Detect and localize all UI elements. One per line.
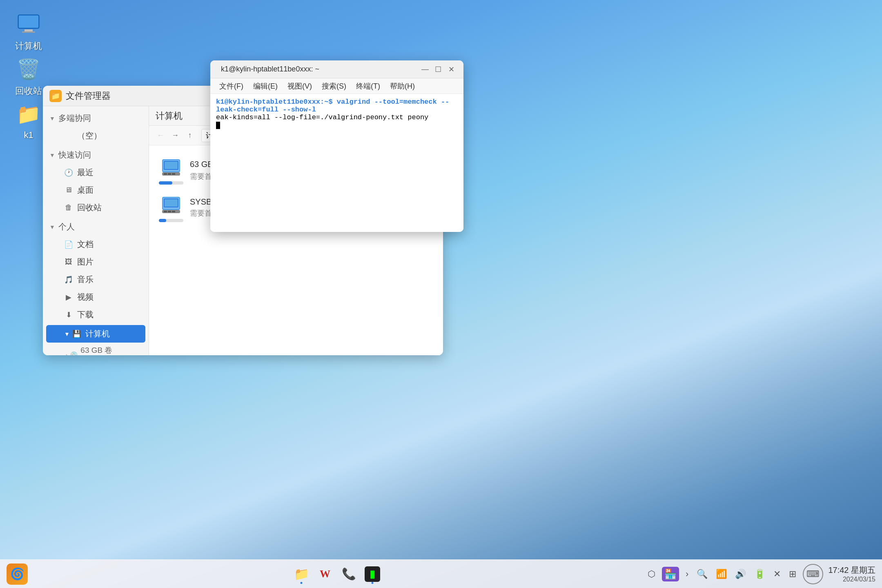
sidebar-section-computer: ▼ 💾 计算机 › 💿 63 GB 卷(/dev/nvme… › 💿 文件系统 …: [43, 325, 149, 355]
sidebar-music-label: 音乐: [77, 274, 94, 285]
drive-progress-fill-2: [159, 219, 166, 222]
desktop-icon-computer[interactable]: 计算机: [8, 8, 49, 56]
sidebar-63gb-label: 63 GB 卷(/dev/nvme…: [80, 345, 139, 355]
sidebar-header-personal[interactable]: ▼ 个人: [43, 218, 149, 236]
computer-hdd-icon: 💾: [72, 330, 81, 339]
tray-search-icon[interactable]: 🔍: [695, 567, 709, 581]
sidebar-item-recent[interactable]: 🕐 最近: [46, 164, 145, 181]
recycle-icon-label: 回收站: [15, 85, 42, 97]
terminal-maximize-button[interactable]: ☐: [432, 64, 444, 75]
sidebar-item-videos[interactable]: ▶ 视频: [46, 288, 145, 306]
terminal-menu-edit[interactable]: 编辑(E): [249, 80, 282, 93]
sidebar-item-docs[interactable]: 📄 文档: [46, 236, 145, 253]
sidebar-videos-label: 视频: [77, 292, 94, 303]
terminal-titlebar: k1@kylin-hptablet11be0xxx: ~ — ☐ ✕: [210, 60, 463, 78]
user-folder-label: k1: [24, 130, 33, 140]
sidebar-recycle-label: 回收站: [77, 202, 102, 213]
taskbar-app-file-manager[interactable]: 📁: [290, 563, 312, 585]
taskbar-center: 📁 W 📞 ▮: [28, 563, 646, 585]
sidebar-downloads-label: 下载: [77, 309, 94, 320]
sidebar-sub-63gb[interactable]: › 💿 63 GB 卷(/dev/nvme…: [46, 343, 145, 355]
svg-rect-17: [164, 211, 167, 212]
sidebar-computer-label: 计算机: [85, 328, 110, 339]
phone-taskbar-icon: 📞: [342, 567, 356, 581]
forward-button[interactable]: →: [169, 129, 182, 142]
svg-rect-11: [172, 173, 175, 175]
terminal-close-button[interactable]: ✕: [445, 64, 457, 75]
sidebar-section-quick-access: ▼ 快速访问 🕐 最近 🖥 桌面 🗑 回收站: [43, 146, 149, 216]
terminal-body[interactable]: k1@kylin-hptablet11be0xxx:~$ valgrind --…: [210, 94, 463, 232]
music-icon: 🎵: [64, 275, 73, 284]
sidebar-section-multi-device: ▼ 多端协同 （空）: [43, 109, 149, 145]
sidebar-docs-label: 文档: [77, 239, 94, 250]
sidebar-header-multi-device[interactable]: ▼ 多端协同: [43, 109, 149, 127]
terminal-menu-help[interactable]: 帮助(H): [386, 80, 419, 93]
terminal-taskbar-icon: ▮: [365, 566, 380, 582]
tray-close-icon[interactable]: ✕: [772, 567, 782, 581]
drive-svg-2: [159, 193, 183, 217]
sidebar-section-label-quick: 快速访问: [58, 149, 91, 160]
taskbar-right: ⬡ 🏪 › 🔍 📶 🔊 🔋 ✕ ⊞ ⌨ 17:42 星期五 2024/03/15: [646, 564, 875, 584]
video-icon: ▶: [64, 293, 73, 302]
svg-rect-1: [19, 16, 38, 28]
svg-rect-15: [165, 199, 178, 207]
taskbar-app-phone[interactable]: 📞: [338, 563, 360, 585]
chevron-down-icon-2: ▼: [49, 152, 55, 158]
tray-icon-1[interactable]: ⬡: [646, 567, 657, 581]
back-button[interactable]: ←: [154, 129, 167, 142]
up-button[interactable]: ↑: [183, 129, 196, 142]
recycle-icon: 🗑️: [16, 56, 42, 82]
sidebar-item-computer[interactable]: ▼ 💾 计算机: [46, 325, 145, 343]
taskbar-app-wps[interactable]: W: [314, 563, 336, 585]
sidebar-item-music[interactable]: 🎵 音乐: [46, 271, 145, 288]
taskbar-clock[interactable]: 17:42 星期五 2024/03/15: [828, 565, 875, 583]
clock-icon: 🕐: [64, 168, 73, 177]
sidebar-item-pictures[interactable]: 🖼 图片: [46, 253, 145, 271]
file-manager-taskbar-icon: 📁: [294, 567, 309, 581]
keyboard-tray-button[interactable]: ⌨: [803, 564, 823, 584]
sidebar-recent-label: 最近: [77, 167, 94, 178]
terminal-control-buttons: — ☐ ✕: [419, 64, 457, 75]
file-manager-sidebar: ▼ 多端协同 （空） ▼ 快速访问 🕐 最近 🖥: [43, 106, 149, 355]
chevron-down-icon-4: ▼: [64, 331, 70, 337]
sidebar-item-desktop[interactable]: 🖥 桌面: [46, 181, 145, 199]
sidebar-item-downloads[interactable]: ⬇ 下载: [46, 306, 145, 323]
sidebar-empty-label: （空）: [77, 130, 102, 141]
download-icon: ⬇: [64, 310, 73, 319]
terminal-minimize-button[interactable]: —: [419, 64, 431, 75]
terminal-menu-file[interactable]: 文件(F): [215, 80, 247, 93]
terminal-menubar: 文件(F) 编辑(E) 视图(V) 搜索(S) 终端(T) 帮助(H): [210, 78, 463, 94]
active-indicator-terminal: [372, 582, 374, 584]
tray-app-store-icon[interactable]: 🏪: [662, 567, 679, 581]
sidebar-section-label-multi: 多端协同: [58, 113, 91, 124]
clock-time: 17:42 星期五: [828, 565, 875, 576]
svg-rect-2: [24, 29, 33, 31]
tray-battery-icon[interactable]: 🔋: [753, 567, 767, 581]
sidebar-section-label-personal: 个人: [58, 221, 75, 232]
terminal-menu-view[interactable]: 视图(V): [283, 80, 316, 93]
terminal-title: k1@kylin-hptablet11be0xxx: ~: [221, 65, 419, 74]
taskbar: 🌀 📁 W 📞 ▮ ⬡ 🏪 › 🔍 📶 🔊 🔋 ✕ ⊞ ⌨ 17:4: [0, 559, 882, 588]
hdd-icon-1: 💿: [70, 351, 78, 356]
sidebar-item-empty[interactable]: （空）: [46, 127, 145, 145]
drive-icon-container-1: [159, 155, 183, 185]
tray-more-icon[interactable]: ›: [684, 567, 690, 581]
chevron-right-icon-1: ›: [66, 352, 67, 356]
drive-progress-fill-1: [159, 181, 172, 185]
keyboard-icon: ⌨: [806, 569, 820, 579]
terminal-menu-search[interactable]: 搜索(S): [318, 80, 350, 93]
taskbar-app-terminal[interactable]: ▮: [361, 563, 383, 585]
sidebar-header-quick-access[interactable]: ▼ 快速访问: [43, 146, 149, 164]
terminal-output-line2: eak-kinds=all --log-file=./valgrind-peon…: [216, 114, 458, 121]
tray-volume-icon[interactable]: 🔊: [733, 567, 748, 581]
recycle-icon-sm: 🗑: [64, 203, 73, 212]
launcher-button[interactable]: 🌀: [7, 564, 28, 585]
clock-date: 2024/03/15: [828, 576, 875, 583]
tray-grid-icon[interactable]: ⊞: [787, 567, 798, 581]
tray-wifi-icon[interactable]: 📶: [714, 567, 728, 581]
terminal-window: k1@kylin-hptablet11be0xxx: ~ — ☐ ✕ 文件(F)…: [210, 60, 463, 232]
terminal-menu-terminal[interactable]: 终端(T): [352, 80, 384, 93]
chevron-down-icon-3: ▼: [49, 224, 55, 230]
svg-rect-7: [165, 162, 178, 169]
sidebar-item-recycle[interactable]: 🗑 回收站: [46, 199, 145, 216]
